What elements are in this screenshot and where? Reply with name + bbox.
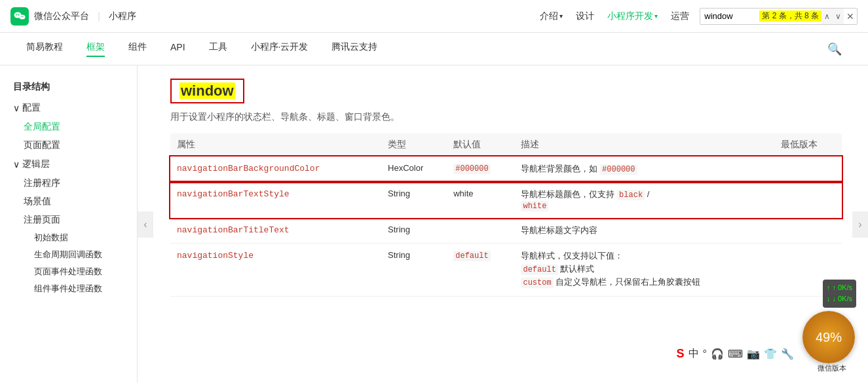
product-name: 小程序 <box>109 10 136 22</box>
scroll-left-arrow[interactable]: ‹ <box>138 211 153 238</box>
cell-version-2 <box>774 182 842 218</box>
col-header-min-version: 最低版本 <box>774 134 842 156</box>
nav-operations[interactable]: 运营 <box>671 10 689 22</box>
nav-miniprogram-dev[interactable]: 小程序开发 ▾ <box>607 10 658 22</box>
section-description: 用于设置小程序的状态栏、导航条、标题、窗口背景色。 <box>170 111 842 123</box>
search-next-button[interactable]: ∨ <box>833 9 844 24</box>
sidebar-item-page-config[interactable]: 页面配置 <box>0 136 137 155</box>
sidebar-item-initial-data[interactable]: 初始数据 <box>0 229 137 246</box>
main-layout: 目录结构 ∨ 配置 全局配置 页面配置 ∨ 逻辑层 注册程序 场景值 注册页面 … <box>0 65 868 383</box>
float-icons-toolbar: S 中 ° 🎧 ⌨ 📷 👕 🔧 <box>671 344 799 363</box>
sidebar-item-scene-values[interactable]: 场景值 <box>0 192 137 211</box>
top-nav-links: 介绍 ▾ 设计 小程序开发 ▾ 运营 <box>540 10 689 22</box>
tab-api[interactable]: API <box>170 42 185 56</box>
stat-download: ↓ ↓ 0K/s <box>827 293 852 305</box>
sidebar-item-lifecycle-callbacks[interactable]: 生命周期回调函数 <box>0 246 137 263</box>
cell-type-4: String <box>381 244 447 297</box>
col-header-type: 类型 <box>381 134 447 156</box>
col-header-desc: 描述 <box>514 134 774 156</box>
nav-divider: ｜ <box>94 10 104 22</box>
sidebar-group-config[interactable]: ∨ 配置 <box>0 98 137 118</box>
cell-type-3: String <box>381 218 447 244</box>
search-input[interactable] <box>700 10 759 22</box>
table-header-row: 属性 类型 默认值 描述 最低版本 <box>170 134 842 156</box>
cell-property-1: navigationBarBackgroundColor <box>170 156 381 182</box>
sidebar-item-register-page[interactable]: 注册页面 <box>0 211 137 229</box>
svg-point-2 <box>16 14 18 15</box>
cell-default-1: #000000 <box>447 156 514 182</box>
section-title-box: window <box>170 79 244 103</box>
icon-wrench: 🔧 <box>781 348 794 360</box>
float-percent: 49% <box>816 330 842 345</box>
table-row: navigationBarTextStyle String white 导航栏标… <box>170 182 842 218</box>
secondary-navigation: 简易教程 框架 组件 API 工具 小程序·云开发 腾讯云支持 🔍 <box>0 33 868 65</box>
top-navigation: 微信公众平台 ｜ 小程序 介绍 ▾ 设计 小程序开发 ▾ 运营 第 2 条，共 … <box>0 0 868 33</box>
cell-version-1 <box>774 156 842 182</box>
nav-intro[interactable]: 介绍 ▾ <box>540 10 563 22</box>
sidebar: 目录结构 ∨ 配置 全局配置 页面配置 ∨ 逻辑层 注册程序 场景值 注册页面 … <box>0 65 138 383</box>
icon-shirt: 👕 <box>764 348 777 360</box>
float-label: 微信版本 <box>802 363 861 373</box>
cell-desc-3: 导航栏标题文字内容 <box>514 218 774 244</box>
properties-table: 属性 类型 默认值 描述 最低版本 navigationBarBackgroun… <box>170 134 842 297</box>
search-match-badge: 第 2 条，共 8 条 <box>759 10 821 22</box>
icon-headphone: 🎧 <box>711 348 724 360</box>
cell-desc-2: 导航栏标题颜色，仅支持 black / white <box>514 182 774 218</box>
wechat-icon <box>10 7 29 26</box>
icon-s: S <box>677 347 685 361</box>
sidebar-item-global-config[interactable]: 全局配置 <box>0 118 137 136</box>
section-title: window <box>179 82 235 99</box>
svg-point-1 <box>20 14 26 19</box>
sidebar-group-logic[interactable]: ∨ 逻辑层 <box>0 155 137 174</box>
cell-property-2: navigationBarTextStyle <box>170 182 381 218</box>
content-area: window 用于设置小程序的状态栏、导航条、标题、窗口背景色。 属性 类型 默… <box>138 65 868 383</box>
sidebar-item-page-events[interactable]: 页面事件处理函数 <box>0 263 137 280</box>
float-game-widget[interactable]: 49% <box>802 311 855 363</box>
icon-period: ° <box>703 348 707 360</box>
nav-design[interactable]: 设计 <box>576 10 594 22</box>
tab-tools[interactable]: 工具 <box>209 41 227 57</box>
sidebar-section-title: 目录结构 <box>0 76 137 98</box>
col-header-default: 默认值 <box>447 134 514 156</box>
table-row: navigationBarTitleText String 导航栏标题文字内容 <box>170 218 842 244</box>
cell-type-2: String <box>381 182 447 218</box>
section-title-container: window <box>170 79 842 103</box>
cell-default-2: white <box>447 182 514 218</box>
col-header-property: 属性 <box>170 134 381 156</box>
svg-point-4 <box>21 16 22 17</box>
icon-zh: 中 <box>689 347 699 361</box>
tab-cloud-dev[interactable]: 小程序·云开发 <box>251 41 309 57</box>
icon-keyboard: ⌨ <box>728 348 743 360</box>
float-stats: ↑ ↑ 0K/s ↓ ↓ 0K/s <box>823 280 856 308</box>
search-icon[interactable]: 🔍 <box>827 42 842 56</box>
sidebar-item-register-app[interactable]: 注册程序 <box>0 174 137 192</box>
sidebar-item-component-events[interactable]: 组件事件处理函数 <box>0 280 137 297</box>
search-close-button[interactable]: ✕ <box>844 10 857 23</box>
tab-components[interactable]: 组件 <box>128 41 147 57</box>
svg-point-5 <box>22 16 24 17</box>
table-row: navigationBarBackgroundColor HexColor #0… <box>170 156 842 182</box>
cell-type-1: HexColor <box>381 156 447 182</box>
cell-default-3 <box>447 218 514 244</box>
tab-tencent-cloud[interactable]: 腾讯云支持 <box>331 41 377 57</box>
cell-default-4: default <box>447 244 514 297</box>
brand-logo: 微信公众平台 ｜ 小程序 <box>10 7 136 26</box>
cell-desc-4: 导航样式，仅支持以下值： default 默认样式 custom 自定义导航栏，… <box>514 244 774 297</box>
cell-property-4: navigationStyle <box>170 244 381 297</box>
stat-upload: ↑ ↑ 0K/s <box>827 282 852 294</box>
table-row: navigationStyle String default 导航样式，仅支持以… <box>170 244 842 297</box>
cell-property-3: navigationBarTitleText <box>170 218 381 244</box>
search-bar: 第 2 条，共 8 条 ∧ ∨ ✕ <box>700 8 858 25</box>
platform-name: 微信公众平台 <box>34 10 89 22</box>
cell-desc-1: 导航栏背景颜色，如 #000000 <box>514 156 774 182</box>
svg-point-3 <box>18 14 20 15</box>
scroll-right-arrow[interactable]: › <box>852 211 868 238</box>
search-prev-button[interactable]: ∧ <box>821 9 833 24</box>
cell-version-3 <box>774 218 842 244</box>
tab-framework[interactable]: 框架 <box>86 41 105 57</box>
tab-tutorial[interactable]: 简易教程 <box>26 41 63 57</box>
icon-camera: 📷 <box>747 348 760 360</box>
